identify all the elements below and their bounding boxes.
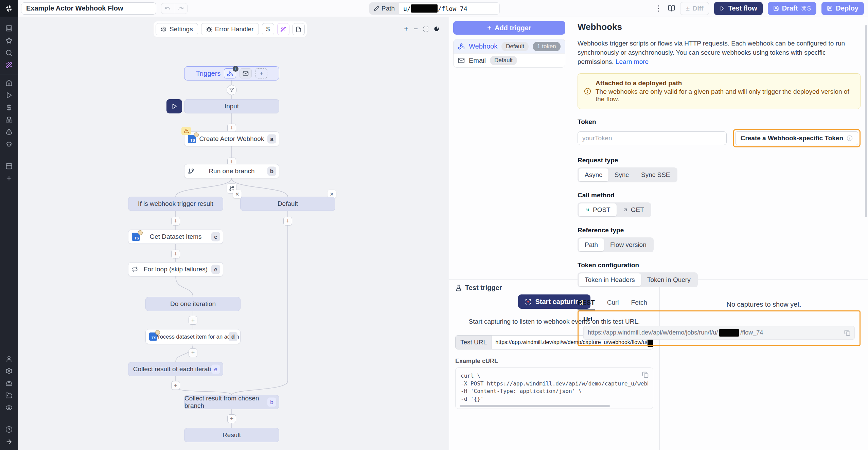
- webhook-trigger-icon[interactable]: 1: [224, 68, 236, 78]
- do-one-iteration-label: Do one iteration: [170, 300, 216, 308]
- node-do-one-iteration[interactable]: Do one iteration: [145, 297, 241, 311]
- trigger-row-webhook[interactable]: Webhook Default 1 token: [454, 39, 565, 53]
- option-path[interactable]: Path: [579, 238, 604, 251]
- variables-icon[interactable]: [5, 104, 13, 111]
- typescript-icon: TS: [188, 135, 196, 143]
- dollar-button[interactable]: $: [262, 23, 274, 35]
- flow-canvas[interactable]: Settings Error Handler $ + −: [18, 17, 449, 450]
- run-from-input-button[interactable]: [166, 99, 182, 113]
- option-token-headers[interactable]: Token in Headers: [579, 273, 641, 286]
- node-collect-chosen-branch[interactable]: Collect result from chosen branch b: [184, 395, 279, 409]
- add-step-button[interactable]: +: [189, 348, 197, 357]
- branch-default[interactable]: Default: [240, 197, 335, 211]
- redo-button[interactable]: [174, 3, 188, 14]
- step-badge: d: [229, 332, 237, 341]
- node-collect-each-iteration[interactable]: Collect result of each iteration e: [128, 362, 223, 376]
- add-trigger-node-icon[interactable]: +: [255, 68, 267, 78]
- trigger-row-email[interactable]: Email Default: [454, 53, 565, 67]
- add-step-button[interactable]: +: [227, 414, 236, 423]
- export-json-button[interactable]: [293, 23, 305, 35]
- option-token-query[interactable]: Token in Query: [641, 273, 697, 286]
- option-sync-sse[interactable]: Sync SSE: [635, 168, 676, 181]
- expand-sidebar-icon[interactable]: [5, 438, 13, 445]
- undo-button[interactable]: [161, 3, 174, 14]
- more-menu-icon[interactable]: ⋮: [654, 4, 663, 13]
- learn-more-link[interactable]: Learn more: [616, 58, 649, 65]
- academy-icon[interactable]: [5, 141, 13, 148]
- diff-button[interactable]: ± Diff: [680, 2, 709, 15]
- fit-view-icon[interactable]: [423, 26, 429, 32]
- email-trigger-icon[interactable]: [240, 68, 252, 78]
- horizontal-scrollbar[interactable]: [460, 405, 610, 407]
- user-icon[interactable]: [5, 355, 13, 362]
- add-step-button[interactable]: +: [189, 316, 197, 325]
- node-run-one-branch[interactable]: Run one branch b: [184, 164, 279, 178]
- settings-icon[interactable]: [5, 367, 13, 375]
- add-step-button[interactable]: +: [171, 381, 180, 390]
- option-sync[interactable]: Sync: [608, 168, 635, 181]
- ai-wand-button[interactable]: [277, 23, 289, 35]
- panel-scrollbar[interactable]: [865, 25, 867, 217]
- path-value[interactable]: u//flow_74: [399, 2, 500, 15]
- windmill-logo[interactable]: [0, 0, 18, 17]
- step-badge: b: [267, 398, 276, 407]
- create-webhook-token-button[interactable]: Create a Webhook-specific Token: [735, 131, 858, 145]
- zoom-in-icon[interactable]: +: [404, 24, 408, 33]
- folders-icon[interactable]: [5, 392, 13, 399]
- option-async[interactable]: Async: [579, 168, 608, 181]
- add-step-button[interactable]: +: [171, 250, 180, 258]
- webhook-url-field[interactable]: https://app.windmill.dev/api/w/demo/jobs…: [583, 326, 855, 340]
- test-flow-button[interactable]: Test flow: [714, 2, 762, 15]
- tab-rest[interactable]: REST: [578, 299, 595, 310]
- error-handler-button[interactable]: Error Handler: [201, 23, 259, 35]
- reference-type-toggle: Path Flow version: [578, 237, 654, 252]
- token-configuration-toggle: Token in Headers Token in Query: [578, 272, 698, 287]
- runs-icon[interactable]: [5, 92, 13, 99]
- node-for-loop[interactable]: For loop (skip failures) e: [128, 262, 223, 276]
- zoom-out-icon[interactable]: −: [413, 24, 418, 33]
- copy-icon[interactable]: [642, 372, 649, 378]
- node-triggers[interactable]: Triggers 1 +: [184, 66, 279, 80]
- path-chip[interactable]: Path: [369, 2, 399, 15]
- home-icon[interactable]: [5, 79, 13, 87]
- add-step-button[interactable]: +: [171, 217, 180, 226]
- resources-icon[interactable]: [5, 116, 13, 123]
- apps-grid-icon[interactable]: [5, 25, 13, 32]
- input-filter-icon[interactable]: [227, 85, 237, 95]
- plus-icon[interactable]: [5, 175, 13, 182]
- option-flow-version[interactable]: Flow version: [604, 238, 653, 251]
- branch-if-webhook[interactable]: If is webhook trigger result: [128, 197, 223, 211]
- input-label: Input: [225, 103, 239, 110]
- node-input[interactable]: Input: [184, 99, 279, 113]
- curl-line: -X POST https://app.windmill.dev/api/w/d…: [461, 380, 648, 388]
- webhook-count-badge: 1: [233, 66, 238, 72]
- node-result[interactable]: Result: [184, 428, 279, 442]
- flow-name-input[interactable]: [21, 2, 156, 15]
- docs-book-icon[interactable]: [668, 5, 675, 12]
- draft-button[interactable]: Draft ⌘S: [768, 2, 817, 15]
- add-step-button[interactable]: +: [283, 217, 292, 226]
- workers-icon[interactable]: [5, 380, 13, 387]
- tab-fetch[interactable]: Fetch: [631, 299, 648, 310]
- audit-eye-icon[interactable]: [5, 404, 13, 411]
- request-type-toggle: Async Sync Sync SSE: [578, 167, 677, 182]
- search-icon[interactable]: [5, 49, 13, 56]
- option-get[interactable]: GET: [617, 203, 650, 216]
- help-icon[interactable]: [5, 426, 13, 433]
- add-trigger-button[interactable]: + Add trigger: [453, 21, 565, 35]
- copy-icon[interactable]: [844, 330, 850, 336]
- token-input[interactable]: [578, 131, 727, 145]
- schedules-icon[interactable]: [5, 162, 13, 169]
- node-create-actor-webhook[interactable]: TS Create Actor Webhook a: [184, 131, 279, 146]
- tab-curl[interactable]: Curl: [607, 299, 619, 310]
- pyramid-icon[interactable]: [5, 128, 13, 136]
- star-icon[interactable]: [5, 37, 13, 44]
- minimap-toggle-icon[interactable]: [434, 26, 439, 32]
- ai-wand-icon[interactable]: [5, 61, 13, 69]
- option-post[interactable]: POST: [579, 203, 617, 216]
- delete-branch-button[interactable]: ✕: [233, 190, 242, 198]
- node-get-dataset-items[interactable]: TS Get Dataset Items c: [128, 230, 223, 244]
- flow-settings-button[interactable]: Settings: [156, 23, 198, 35]
- node-process-dataset-item[interactable]: TS Process dataset item for an action d: [145, 329, 241, 344]
- deploy-button[interactable]: Deploy: [821, 2, 864, 15]
